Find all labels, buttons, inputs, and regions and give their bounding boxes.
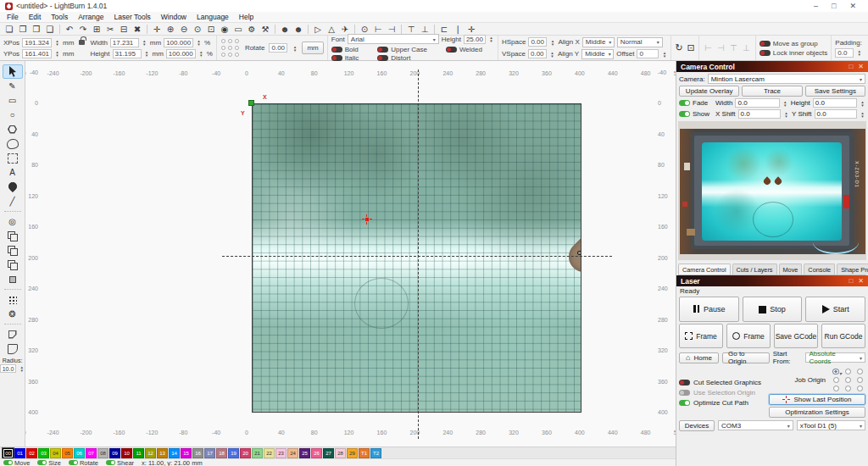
capture-print-icon[interactable]: ⊡ — [687, 42, 695, 53]
edit-nodes-tool[interactable] — [3, 151, 23, 165]
palette-swatch-23[interactable]: 23 — [275, 448, 287, 458]
shape-tool[interactable] — [3, 136, 23, 151]
show-last-position-button[interactable]: Show Last Position — [769, 394, 865, 405]
multi-user-icon[interactable]: ☻ — [278, 25, 292, 34]
cam-height-spinner[interactable] — [860, 100, 865, 107]
round-corner-tool[interactable] — [3, 341, 23, 356]
mirror-icon[interactable]: △ — [325, 25, 338, 34]
rotate-spinner[interactable] — [292, 45, 298, 52]
align-left-edge-icon[interactable]: ⊢ — [703, 43, 714, 53]
align-horizontal-icon[interactable]: ⊢ — [371, 25, 385, 34]
palette-swatch-18[interactable]: 18 — [216, 448, 227, 458]
font-height-spinner[interactable] — [488, 36, 494, 42]
move-as-group-toggle[interactable] — [760, 41, 771, 47]
tab-move[interactable]: Move — [779, 264, 803, 275]
start-arrow-icon[interactable]: ▷ — [311, 25, 325, 34]
undo-icon[interactable]: ↶ — [63, 25, 76, 34]
padding-field[interactable]: 0.0 — [835, 48, 854, 58]
zoom-out-icon[interactable]: ⊖ — [177, 25, 191, 34]
tab-console[interactable]: Console — [804, 264, 835, 275]
camera-capture-icon[interactable]: ◉ — [218, 25, 231, 34]
ypos-spinner[interactable] — [54, 50, 60, 57]
palette-swatch-17[interactable]: 17 — [204, 448, 215, 458]
align-right-edge-icon[interactable]: ⊣ — [715, 43, 726, 53]
distribute-vertical-icon[interactable]: ⊥ — [418, 25, 431, 34]
menu-tools[interactable]: Tools — [46, 13, 73, 21]
palette-swatch-10[interactable]: 10 — [121, 448, 132, 458]
menu-language[interactable]: Language — [192, 13, 234, 21]
bracket-tool-icon[interactable]: ❘ — [451, 25, 465, 34]
palette-swatch-28[interactable]: 28 — [335, 448, 346, 458]
canvas-viewport[interactable] — [41, 81, 654, 428]
rotate-overlay-icon[interactable]: ↻ — [675, 42, 682, 53]
job-origin-radio[interactable] — [857, 386, 863, 391]
yshift-spinner[interactable] — [860, 111, 865, 118]
height-percent-field[interactable]: 100.000 — [166, 49, 196, 58]
lock-inner-objects-toggle[interactable] — [760, 50, 771, 56]
job-origin-radio[interactable] — [857, 377, 863, 383]
padding-spinner[interactable] — [856, 49, 862, 56]
menu-laser-tools[interactable]: Laser Tools — [108, 13, 155, 21]
cut-icon[interactable]: ✂ — [103, 25, 117, 34]
radius-field[interactable]: 10.0 — [0, 364, 16, 373]
palette-swatch-27[interactable]: 27 — [323, 448, 334, 458]
welded-toggle[interactable] — [446, 47, 457, 53]
status-toggle-rotate[interactable]: Rotate — [69, 459, 98, 466]
width-spinner[interactable] — [142, 39, 147, 46]
palette-swatch-T2[interactable]: T2 — [370, 448, 381, 458]
palette-swatch-16[interactable]: 16 — [192, 448, 203, 458]
device-select[interactable]: xTool D1 (5) — [797, 420, 865, 430]
workspace-canvas[interactable]: -280-240-200-160-120-80-4004080120160200… — [25, 61, 676, 447]
delete-icon[interactable]: ✖ — [131, 25, 144, 34]
redo-icon[interactable]: ↷ — [76, 25, 90, 34]
palette-swatch-19[interactable]: 19 — [228, 448, 239, 458]
pan-icon[interactable]: ✛ — [150, 25, 164, 34]
palette-swatch-12[interactable]: 12 — [145, 448, 156, 458]
distribute-horizontal-icon[interactable]: ⊤ — [404, 25, 418, 34]
width-percent-field[interactable]: 100.000 — [164, 38, 193, 47]
device-settings-wrench-icon[interactable]: ⚒ — [259, 25, 272, 34]
position-laser-tool[interactable] — [3, 180, 23, 194]
start-button[interactable]: Start — [805, 297, 865, 322]
job-origin-radio[interactable] — [845, 377, 851, 383]
anchor-radio[interactable] — [221, 39, 225, 43]
job-origin-radio[interactable] — [833, 386, 839, 391]
palette-swatch-08[interactable]: 08 — [97, 448, 108, 458]
palette-swatch-09[interactable]: 09 — [109, 448, 120, 458]
job-origin-radio[interactable] — [845, 369, 851, 374]
boolean-difference-tool[interactable] — [3, 258, 23, 272]
boolean-intersect-tool[interactable] — [3, 272, 23, 286]
menu-file[interactable]: File — [2, 13, 24, 21]
bold-toggle[interactable] — [331, 47, 342, 53]
close-button[interactable]: ✕ — [849, 2, 856, 10]
preview-screen-icon[interactable]: ▭ — [231, 25, 245, 34]
anchor-radio[interactable] — [228, 46, 232, 50]
anchor-radio[interactable] — [235, 39, 239, 43]
xshift-field[interactable]: 0.0 — [738, 109, 782, 119]
dock-window-icon[interactable]: ⊏ — [437, 25, 451, 34]
menu-help[interactable]: Help — [234, 13, 259, 21]
new-file-icon[interactable]: ❏ — [3, 25, 16, 34]
show-toggle[interactable] — [679, 111, 690, 117]
xpos-spinner[interactable] — [54, 39, 60, 46]
job-origin-radio[interactable] — [833, 377, 839, 383]
italic-toggle[interactable] — [331, 55, 342, 61]
devices-button[interactable]: Devices — [679, 420, 715, 431]
radius-spinner[interactable] — [19, 365, 25, 372]
palette-swatch-04[interactable]: 04 — [50, 448, 61, 458]
cut-selected-toggle[interactable] — [679, 380, 690, 386]
palette-swatch-29[interactable]: 29 — [347, 448, 358, 458]
palette-swatch-06[interactable]: 06 — [74, 448, 85, 458]
circular-array-tool[interactable]: ❂ — [3, 307, 23, 321]
status-toggle-shear[interactable]: Shear — [106, 459, 134, 466]
cut-shape-tool[interactable] — [3, 327, 23, 341]
frame-rect-button[interactable]: Frame — [679, 324, 723, 348]
status-toggle-move[interactable]: Move — [3, 459, 30, 466]
trace-button[interactable]: Trace — [742, 86, 802, 97]
anchor-radio[interactable] — [235, 46, 239, 50]
offset-field[interactable]: 0 — [637, 49, 659, 58]
distort-toggle[interactable] — [377, 55, 388, 61]
use-selection-origin-toggle[interactable] — [679, 390, 690, 396]
offset-spinner[interactable] — [661, 51, 667, 58]
height-spinner[interactable] — [144, 50, 150, 57]
